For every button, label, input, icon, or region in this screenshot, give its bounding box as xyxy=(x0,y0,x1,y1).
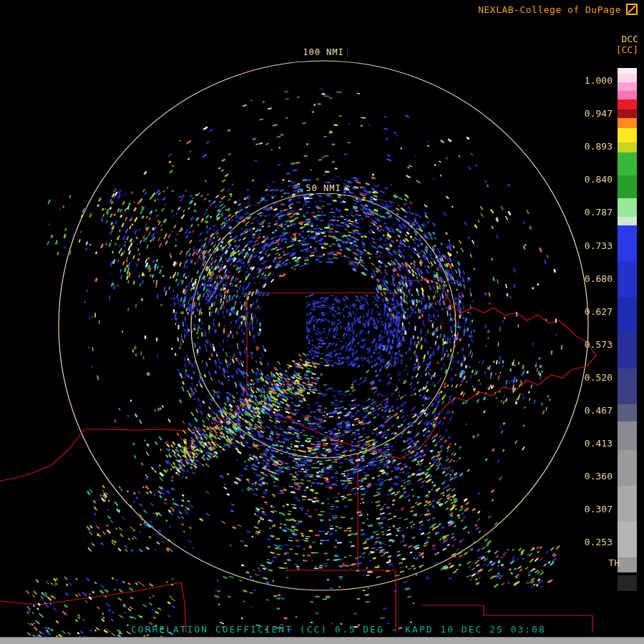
colorbar-segment xyxy=(618,297,637,333)
colorbar-segment xyxy=(618,421,637,450)
colorbar-segment xyxy=(618,109,637,118)
colorbar-threshold-label: TH xyxy=(608,557,620,568)
colorbar-gradient xyxy=(618,68,637,572)
colorbar-tick-label: 0.520 xyxy=(585,372,613,383)
colorbar-segment xyxy=(618,128,637,142)
colorbar-tick-label: 0.787 xyxy=(585,207,613,218)
colorbar-tick-label: 0.253 xyxy=(585,537,613,547)
colorbar-segment xyxy=(618,82,637,91)
colorbar-header: DCC [CC] xyxy=(616,34,638,55)
colorbar-segment xyxy=(618,99,637,109)
colorbar-tick-label: 0.360 xyxy=(585,471,613,482)
colorbar-segment xyxy=(618,333,637,369)
colorbar-segment xyxy=(618,522,637,557)
colorbar-segment xyxy=(618,225,637,261)
colorbar-tick-label: 0.467 xyxy=(585,405,613,416)
colorbar-tick-label: 0.627 xyxy=(585,306,613,317)
colorbar-segment xyxy=(618,557,637,572)
colorbar-tick-label: 0.947 xyxy=(585,108,613,119)
radar-display: 100 NMI 50 NMI NEXLAB-College of DuPage … xyxy=(0,0,644,644)
colorbar-segment xyxy=(618,175,637,198)
colorbar-segment xyxy=(618,450,637,486)
colorbar-tick-label: 0.680 xyxy=(585,273,613,284)
colorbar-tick-label: 0.413 xyxy=(585,438,613,449)
horizontal-scrollbar[interactable] xyxy=(0,637,644,644)
colorbar-segment xyxy=(618,74,637,82)
colorbar-tick-label: 0.573 xyxy=(585,339,613,350)
colorbar-segment xyxy=(618,142,637,152)
colorbar-segment xyxy=(618,198,637,217)
colorbar-segment xyxy=(618,91,637,99)
colorbar-segment xyxy=(618,404,637,421)
colorbar-segment xyxy=(618,369,637,404)
colorbar-segment xyxy=(618,217,637,225)
brand-title: NEXLAB-College of DuPage xyxy=(478,4,621,15)
nexlab-logo-icon xyxy=(626,4,638,15)
colorbar-subtitle: [CC] xyxy=(616,44,638,55)
colorbar-segment xyxy=(618,261,637,297)
range-ring-label-100nmi: 100 NMI xyxy=(300,47,347,57)
colorbar-tick-label: 0.733 xyxy=(585,240,613,251)
radar-canvas xyxy=(0,0,644,644)
colorbar-segment xyxy=(618,118,637,128)
colorbar-tick-label: 0.893 xyxy=(585,141,613,152)
range-ring-label-50nmi: 50 NMI xyxy=(303,183,343,193)
colorbar-segment xyxy=(618,68,637,74)
colorbar-title: DCC xyxy=(616,34,638,44)
colorbar-segment xyxy=(618,152,637,175)
colorbar-threshold-swatch xyxy=(618,575,637,591)
colorbar-tick-label: 0.840 xyxy=(585,174,613,185)
colorbar-segment xyxy=(618,486,637,522)
product-title: CORRELATION COEFFICIENT (CC) 0.5 DEG - K… xyxy=(131,624,546,635)
colorbar-tick-label: 0.307 xyxy=(585,504,613,514)
colorbar-tick-label: 1.000 xyxy=(585,75,613,86)
